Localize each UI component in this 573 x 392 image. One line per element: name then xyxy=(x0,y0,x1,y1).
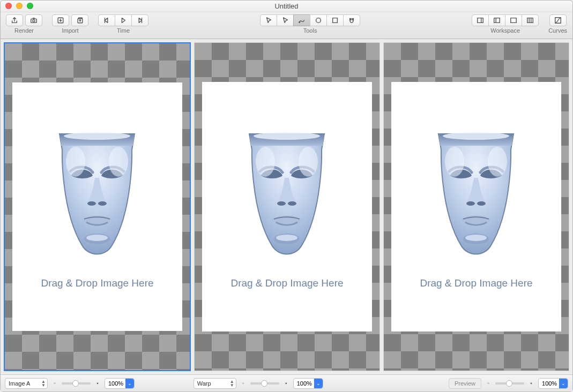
svg-point-33 xyxy=(445,147,464,177)
svg-point-18 xyxy=(86,235,108,241)
zoom-in-icon[interactable]: ▪ xyxy=(527,380,535,387)
tool-direct-select[interactable] xyxy=(277,14,294,26)
import-multi-button[interactable] xyxy=(71,14,88,26)
zoom-field-a[interactable]: 100% ⌄ xyxy=(105,378,135,389)
drop-zone-b[interactable]: Drag & Drop Image Here xyxy=(202,82,372,331)
footer: Image A ▲▼ ▫ ▪ 100% ⌄ Warp ▲▼ ▫ ▪ 100% ⌄ xyxy=(1,374,572,391)
step-forward-icon xyxy=(136,17,144,24)
zoom-slider-b[interactable] xyxy=(250,382,279,385)
mask-placeholder-icon xyxy=(422,124,530,263)
close-window-button[interactable] xyxy=(5,3,12,9)
zoom-out-icon[interactable]: ▫ xyxy=(51,380,58,387)
toolbar-label-workspace: Workspace xyxy=(490,27,520,34)
tool-warp[interactable] xyxy=(293,14,310,26)
slider-thumb[interactable] xyxy=(261,380,267,387)
canvas-b[interactable]: Drag & Drop Image Here xyxy=(195,43,379,371)
drop-zone-label-c: Drag & Drop Image Here xyxy=(420,277,532,289)
chevron-down-icon: ⌄ xyxy=(125,379,134,388)
drop-zone-a[interactable]: Drag & Drop Image Here xyxy=(12,82,182,331)
zoom-out-icon[interactable]: ▫ xyxy=(485,380,492,387)
curves-icon xyxy=(554,17,562,24)
footer-strip-right: Preview ▫ ▪ 100% ⌄ xyxy=(382,378,568,389)
play-button[interactable] xyxy=(115,14,132,26)
zoom-window-button[interactable] xyxy=(27,3,33,9)
import-single-button[interactable] xyxy=(52,14,69,26)
svg-rect-12 xyxy=(527,18,533,23)
layout-left-icon xyxy=(493,17,501,24)
zoom-in-icon[interactable]: ▪ xyxy=(282,380,290,387)
svg-point-14 xyxy=(64,132,130,140)
square-icon xyxy=(331,17,339,24)
mask-placeholder-icon xyxy=(233,124,340,263)
svg-point-20 xyxy=(109,147,128,177)
canvas-c[interactable]: Drag & Drop Image Here xyxy=(384,43,569,371)
toolbar-group-curves: Curves xyxy=(548,14,567,34)
svg-rect-6 xyxy=(333,18,338,23)
drop-zone-label-a: Drag & Drop Image Here xyxy=(41,277,153,289)
chevron-down-icon: ⌄ xyxy=(314,379,323,388)
layout-3-button[interactable] xyxy=(505,14,522,26)
slider-thumb[interactable] xyxy=(506,380,512,387)
svg-point-15 xyxy=(87,201,96,206)
toolbar-label-import: Import xyxy=(62,27,78,34)
pane-c[interactable]: Drag & Drop Image Here xyxy=(383,42,569,371)
footer-strip-left: Image A ▲▼ ▫ ▪ 100% ⌄ xyxy=(5,378,191,389)
step-forward-button[interactable] xyxy=(131,14,148,26)
zoom-in-icon[interactable]: ▪ xyxy=(94,380,101,387)
svg-point-28 xyxy=(443,132,509,140)
slider-thumb[interactable] xyxy=(72,380,79,387)
tool-circle[interactable] xyxy=(310,14,327,26)
download-icon xyxy=(57,17,64,24)
pane-a[interactable]: Drag & Drop Image Here xyxy=(4,42,191,371)
chevron-down-icon: ⌄ xyxy=(559,379,568,388)
image-selector-a-value: Image A xyxy=(9,380,30,387)
svg-rect-9 xyxy=(478,18,483,23)
footer-strip-center: Warp ▲▼ ▫ ▪ 100% ⌄ xyxy=(194,378,380,389)
zoom-value-b: 100% xyxy=(297,380,312,387)
svg-point-23 xyxy=(288,201,296,206)
svg-point-5 xyxy=(316,18,321,23)
window-controls xyxy=(5,3,33,9)
camera-button[interactable] xyxy=(25,14,42,26)
drop-zone-label-b: Drag & Drop Image Here xyxy=(230,277,343,289)
share-icon xyxy=(11,17,18,24)
direct-select-icon xyxy=(281,17,289,24)
tool-pointer[interactable] xyxy=(260,14,277,26)
drop-zone-c[interactable]: Drag & Drop Image Here xyxy=(391,82,561,331)
play-icon xyxy=(120,17,127,24)
curves-button[interactable] xyxy=(549,14,567,26)
mode-selector[interactable]: Warp ▲▼ xyxy=(194,378,236,389)
layout-right-icon xyxy=(477,17,484,24)
svg-point-19 xyxy=(66,147,85,177)
step-back-button[interactable] xyxy=(98,14,115,26)
image-selector-a[interactable]: Image A ▲▼ xyxy=(5,378,48,389)
preview-button-label: Preview xyxy=(455,380,475,387)
share-button[interactable] xyxy=(6,14,23,26)
window-title: Untitled xyxy=(274,2,298,10)
svg-point-29 xyxy=(466,201,475,206)
preview-button[interactable]: Preview xyxy=(449,378,481,389)
minimize-window-button[interactable] xyxy=(16,3,23,9)
zoom-field-b[interactable]: 100% ⌄ xyxy=(293,378,323,389)
layout-4-button[interactable] xyxy=(522,14,539,26)
svg-point-25 xyxy=(276,235,297,241)
svg-point-22 xyxy=(277,201,286,206)
zoom-field-c[interactable]: 100% ⌄ xyxy=(538,378,568,389)
zoom-slider-a[interactable] xyxy=(62,382,91,385)
zoom-out-icon[interactable]: ▫ xyxy=(240,380,247,387)
layout-2-button[interactable] xyxy=(488,14,505,26)
zoom-slider-c[interactable] xyxy=(495,382,524,385)
canvas-a[interactable]: Drag & Drop Image Here xyxy=(5,43,190,370)
stepper-arrows-icon: ▲▼ xyxy=(230,380,234,387)
layout-1-button[interactable] xyxy=(472,14,489,26)
svg-point-26 xyxy=(256,147,275,177)
tool-mask[interactable] xyxy=(343,14,360,26)
toolbar: Render Import xyxy=(1,12,572,39)
zoom-value-c: 100% xyxy=(542,380,557,387)
svg-rect-10 xyxy=(494,18,500,23)
svg-point-1 xyxy=(33,20,35,22)
toolbar-label-tools: Tools xyxy=(303,27,317,34)
pane-b[interactable]: Drag & Drop Image Here xyxy=(194,42,380,371)
tool-rectangle[interactable] xyxy=(326,14,344,26)
app-window: Untitled Render xyxy=(0,0,573,392)
